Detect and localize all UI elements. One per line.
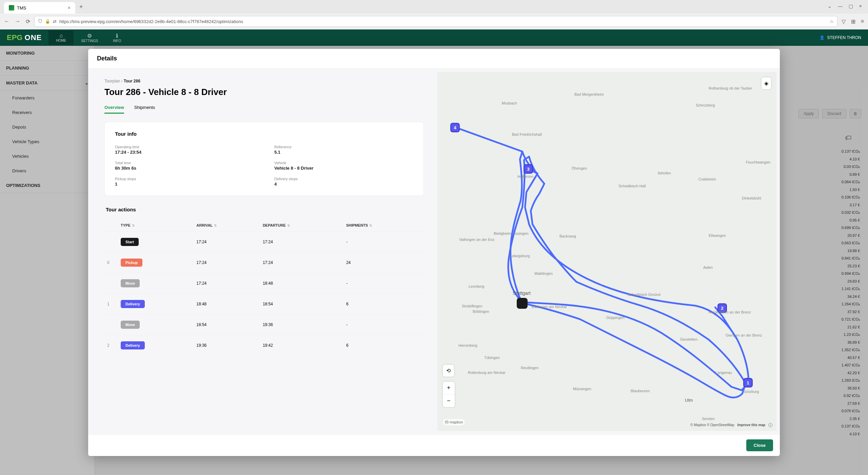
details-modal: Details Tourplan › Tour 286 Tour 286 - V… (88, 49, 780, 456)
map-label: Schwäbisch Gmünd (627, 292, 660, 297)
info-total-time: Total time 6h 30m 6s (115, 161, 254, 171)
info-pickup-stops: Pickup stops 1 (115, 177, 254, 187)
map-label: Backnang (559, 234, 576, 238)
close-window-icon[interactable]: × (859, 3, 862, 9)
table-row[interactable]: 1Delivery18:4818:546 (104, 294, 424, 315)
tour-info-card: Tour info Operating time 17:24 - 23:54 R… (104, 122, 424, 196)
map-label: Bad Mergentheim (574, 92, 604, 96)
map-label: Reutlingen (521, 366, 539, 370)
user-icon: 👤 (820, 35, 825, 40)
type-badge: Move (121, 279, 140, 287)
type-badge: Start (121, 238, 139, 246)
col-arrival[interactable]: ARRIVAL⇅ (194, 219, 260, 232)
modal-footer: Close (88, 434, 780, 456)
route-map[interactable]: 1 2 3 4 Stuttgart Ulm Aalen Heilbronn Tü… (437, 72, 776, 431)
map-label: Ilshofen (658, 171, 671, 175)
brand-part-a: EPG (7, 33, 22, 42)
reload-icon[interactable]: ⟳ (26, 18, 30, 25)
map-pin-1[interactable]: 1 (743, 378, 753, 387)
close-icon[interactable]: × (68, 5, 71, 11)
new-tab-button[interactable]: + (75, 3, 87, 11)
map-label: Günzburg (743, 390, 759, 394)
close-button[interactable]: Close (746, 439, 773, 451)
tour-actions-title: Tour actions (104, 207, 424, 212)
mapbox-logo: ⓜ mapbox (443, 419, 465, 425)
map-pin-4[interactable]: 4 (450, 123, 460, 132)
bookmark-icon[interactable]: ☆ (830, 19, 834, 24)
type-badge: Move (121, 321, 140, 329)
nav-info[interactable]: ℹ INFO (105, 31, 129, 45)
tab-overview[interactable]: Overview (104, 105, 124, 114)
map-label: Heidenheim an der Brenz (709, 310, 751, 314)
improve-map-link[interactable]: Improve this map (737, 423, 765, 427)
gear-icon: ⚙ (81, 33, 98, 39)
map-zoom-controls: + − (443, 382, 455, 407)
tab-bar: TMS × + ⌄ — ▢ × (0, 0, 868, 14)
nav-home[interactable]: ⌂ HOME (48, 31, 74, 45)
extensions-icon[interactable]: ⊞ (851, 18, 855, 25)
info-icon[interactable]: i (768, 423, 772, 427)
map-label: Schwäbisch Hall (618, 184, 646, 188)
shield-icon: ⛉ (38, 19, 42, 24)
nav-label: SETTINGS (81, 39, 98, 43)
tab-shipments[interactable]: Shipments (134, 105, 155, 114)
map-label: Böblingen (473, 309, 489, 314)
top-nav: ⌂ HOME ⚙ SETTINGS ℹ INFO (48, 31, 129, 45)
breadcrumb-current: Tour 286 (124, 79, 140, 83)
favicon-icon (9, 5, 14, 11)
pocket-icon[interactable]: ▽ (842, 18, 846, 25)
nav-settings[interactable]: ⚙ SETTINGS (74, 31, 105, 45)
map-label: Stuttgart (513, 290, 531, 296)
browser-chrome: TMS × + ⌄ — ▢ × ← → ⟳ ⛉ 🔒 ⇄ https://tms-… (0, 0, 868, 30)
table-row[interactable]: 0Pickup17:2417:2424 (104, 252, 424, 273)
table-row[interactable]: Move17:2418:48- (104, 273, 424, 294)
map-label: Schrozberg (696, 103, 715, 107)
map-label: Waiblingen (534, 271, 553, 276)
url-input[interactable]: ⛉ 🔒 ⇄ https://tms-preview.epg.com/en/hom… (34, 16, 837, 27)
breadcrumb-root[interactable]: Tourplan (104, 79, 120, 83)
sort-icon: ⇅ (214, 224, 217, 227)
map-label: Mosbach (502, 101, 517, 105)
user-name: STEFFEN THRON (827, 35, 861, 40)
zoom-out-button[interactable]: − (443, 395, 455, 407)
dropdown-icon[interactable]: ⌄ (828, 3, 832, 9)
sort-icon: ⇅ (132, 224, 135, 227)
map-label: Giengen an der Brenz (726, 333, 762, 337)
map-label: Crailsheim (698, 177, 716, 181)
back-icon[interactable]: ← (4, 18, 9, 25)
table-row[interactable]: Move18:5419:36- (104, 315, 424, 335)
user-menu[interactable]: 👤 STEFFEN THRON (813, 35, 868, 40)
map-reset-button[interactable]: ⟲ (443, 365, 454, 377)
brand-part-b: ONE (25, 33, 42, 42)
browser-tab[interactable]: TMS × (4, 2, 75, 14)
col-departure[interactable]: DEPARTURE⇅ (260, 219, 343, 232)
map-label: Senden (702, 417, 715, 421)
zoom-in-button[interactable]: + (443, 382, 455, 395)
map-pane: 1 2 3 4 Stuttgart Ulm Aalen Heilbronn Tü… (437, 72, 776, 431)
map-label: Öhringen (572, 166, 587, 170)
col-shipments[interactable]: SHIPMENTS⇅ (343, 219, 424, 232)
map-label: Feuchtwangen (746, 160, 770, 164)
map-origin-marker[interactable] (517, 298, 528, 309)
map-label: Ulm (685, 398, 693, 403)
info-vehicle: Vehicle Vehicle 8 - 8 Driver (274, 161, 413, 171)
nav-label: INFO (113, 39, 121, 43)
map-pin-3[interactable]: 3 (524, 164, 533, 174)
map-label: Blaubeuren (631, 389, 650, 393)
brand-logo[interactable]: EPG ONE (0, 33, 48, 42)
menu-icon[interactable]: ≡ (861, 18, 864, 25)
map-label: Aalen (703, 265, 713, 269)
detail-tabs: Overview Shipments (104, 105, 424, 114)
info-operating-time: Operating time 17:24 - 23:54 (115, 145, 254, 155)
map-label: Rothenburg ob der Tauber (709, 86, 752, 90)
map-label: Münsingen (573, 387, 591, 391)
breadcrumb: Tourplan › Tour 286 (104, 79, 424, 83)
table-row[interactable]: 2Delivery19:3619:426 (104, 335, 424, 356)
forward-icon[interactable]: → (15, 18, 20, 25)
minimize-icon[interactable]: — (838, 3, 843, 9)
map-layers-button[interactable]: ◈ (762, 77, 771, 89)
modal-body: Tourplan › Tour 286 Tour 286 - Vehicle 8… (88, 69, 780, 434)
col-type[interactable]: TYPE⇅ (118, 219, 194, 232)
table-row[interactable]: Start17:2417:24- (104, 232, 424, 252)
maximize-icon[interactable]: ▢ (849, 3, 853, 9)
